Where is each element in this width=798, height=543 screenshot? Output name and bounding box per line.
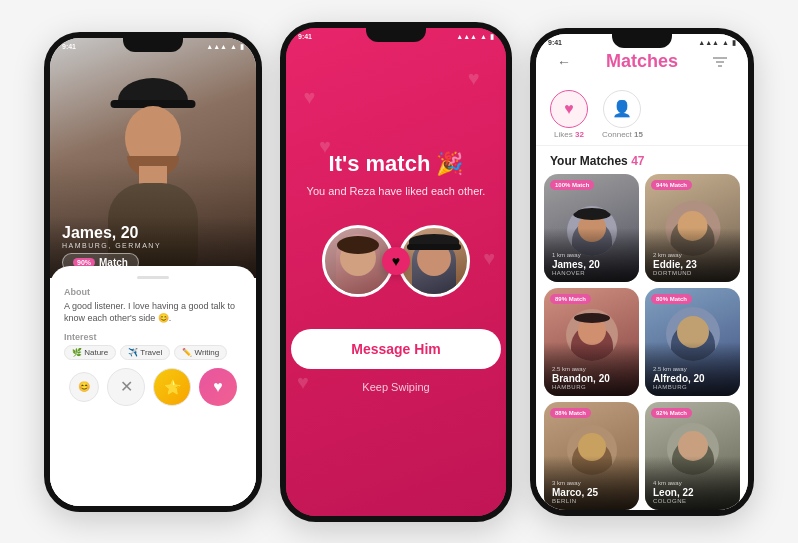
- likes-label: Likes 32: [554, 130, 584, 139]
- match-info-6: 4 km away Leon, 22 COLOGNE: [653, 480, 694, 504]
- match-km-3: 2.5 km away: [552, 366, 610, 372]
- likes-icon-wrap: ♥: [550, 90, 588, 128]
- phone2-time: 9:41: [298, 33, 312, 40]
- match-name-5: Marco, 25: [552, 487, 598, 498]
- heart-deco-6: ♥: [483, 247, 495, 270]
- match-info-2: 2 km away Eddie, 23 DORTMUND: [653, 252, 697, 276]
- wifi-icon: ▲: [230, 43, 237, 50]
- battery-icon: ▮: [240, 43, 244, 51]
- dislike-button[interactable]: ✕: [107, 368, 145, 406]
- profile-name: James, 20: [62, 224, 244, 242]
- match-km-2: 2 km away: [653, 252, 697, 258]
- match-card-5[interactable]: 88% Match 3 km away Marco, 25 BERLIN: [544, 402, 639, 510]
- heart-deco-2: ♥: [468, 67, 480, 90]
- signal-icon: ▲▲▲: [206, 43, 227, 50]
- connect-item[interactable]: 👤 Connect 15: [602, 90, 643, 139]
- about-label: About: [64, 287, 242, 297]
- match-city-1: HANOVER: [552, 270, 600, 276]
- match-pct-2: 94% Match: [651, 180, 692, 190]
- match-name-6: Leon, 22: [653, 487, 694, 498]
- likes-row: ♥ Likes 32 👤 Connect 15: [536, 84, 748, 146]
- connect-label: Connect 15: [602, 130, 643, 139]
- phone2-status-bar: 9:41 ▲▲▲ ▲ ▮: [286, 30, 506, 44]
- battery-icon2: ▮: [490, 33, 494, 41]
- your-matches-row: Your Matches 47: [536, 150, 748, 174]
- phone2-status-icons: ▲▲▲ ▲ ▮: [456, 33, 494, 41]
- match-card-3[interactable]: 89% Match 2.5 km away Brandon, 20 HAMBUR…: [544, 288, 639, 396]
- heart-deco-4: ♥: [297, 371, 309, 394]
- match-card-1[interactable]: 100% Match 1 km away James, 20 HANOVER: [544, 174, 639, 282]
- match-info-5: 3 km away Marco, 25 BERLIN: [552, 480, 598, 504]
- match-pct-6: 92% Match: [651, 408, 692, 418]
- match-km-6: 4 km away: [653, 480, 694, 486]
- match-info-4: 2.5 km away Alfredo, 20 HAMBURG: [653, 366, 705, 390]
- match-km-1: 1 km away: [552, 252, 600, 258]
- matches-total-count: 47: [631, 154, 644, 168]
- match-pct-3: 89% Match: [550, 294, 591, 304]
- interest-label: Interest: [64, 332, 242, 342]
- phone-matches-list: 9:41 ▲▲▲ ▲ ▮ ← Matches ♥: [530, 28, 754, 516]
- heart-icon: ♥: [564, 100, 574, 118]
- matches-page-title: Matches: [606, 51, 678, 72]
- emoji-button[interactable]: 😊: [69, 372, 99, 402]
- match-name-4: Alfredo, 20: [653, 373, 705, 384]
- match-city-4: HAMBURG: [653, 384, 705, 390]
- card-detail: About A good listener. I love having a g…: [50, 266, 256, 506]
- match-name-3: Brandon, 20: [552, 373, 610, 384]
- match-city-3: HAMBURG: [552, 384, 610, 390]
- heart-deco-3: ♥: [319, 135, 331, 158]
- battery-icon3: ▮: [732, 39, 736, 47]
- tag-nature: 🌿 Nature: [64, 345, 116, 360]
- match-avatars: ♥: [322, 225, 470, 297]
- heart-deco-1: ♥: [304, 86, 316, 109]
- phone-match: 9:41 ▲▲▲ ▲ ▮ ♥ ♥ ♥ ♥ ♥ ♥ It's match 🎉 Yo…: [280, 22, 512, 522]
- match-card-2[interactable]: 94% Match 2 km away Eddie, 23 DORTMUND: [645, 174, 740, 282]
- phone1-time: 9:41: [62, 43, 76, 50]
- match-city-6: COLOGNE: [653, 498, 694, 504]
- likes-item[interactable]: ♥ Likes 32: [550, 90, 588, 139]
- drag-handle[interactable]: [137, 276, 169, 279]
- phone3-time: 9:41: [548, 39, 562, 46]
- match-card-6[interactable]: 92% Match 4 km away Leon, 22 COLOGNE: [645, 402, 740, 510]
- connect-icon: 👤: [612, 99, 632, 118]
- action-row: 😊 ✕ ⭐ ♥: [64, 368, 242, 406]
- match-pct-4: 80% Match: [651, 294, 692, 304]
- matches-header: ← Matches: [536, 48, 748, 84]
- match-card-4[interactable]: 80% Match 2.5 km away Alfredo, 20 HAMBUR…: [645, 288, 740, 396]
- filter-button[interactable]: [706, 48, 734, 76]
- match-km-4: 2.5 km away: [653, 366, 705, 372]
- signal-icon3: ▲▲▲: [698, 39, 719, 46]
- tag-travel: ✈️ Travel: [120, 345, 170, 360]
- back-button[interactable]: ←: [550, 48, 578, 76]
- match-city-5: BERLIN: [552, 498, 598, 504]
- match-name-1: James, 20: [552, 259, 600, 270]
- connect-icon-wrap: 👤: [603, 90, 641, 128]
- tag-writing: ✏️ Writing: [174, 345, 227, 360]
- match-pct-5: 88% Match: [550, 408, 591, 418]
- match-info-3: 2.5 km away Brandon, 20 HAMBURG: [552, 366, 610, 390]
- profile-location: Hamburg, Germany: [62, 242, 244, 249]
- match-city-2: DORTMUND: [653, 270, 697, 276]
- star-button[interactable]: ⭐: [153, 368, 191, 406]
- interest-tags: 🌿 Nature ✈️ Travel ✏️ Writing: [64, 345, 242, 360]
- your-matches-label: Your Matches: [550, 154, 628, 168]
- match-grid: 100% Match 1 km away James, 20 HANOVER 9…: [536, 174, 748, 510]
- heart-deco-5: ♥: [477, 346, 489, 369]
- phone1-status-bar: 9:41 ▲▲▲ ▲ ▮: [50, 40, 256, 54]
- match-heart-center: ♥: [382, 247, 410, 275]
- profile-photo: James, 20 Hamburg, Germany 90% Match: [50, 38, 256, 278]
- about-text: A good listener. I love having a good ta…: [64, 300, 242, 325]
- wifi-icon3: ▲: [722, 39, 729, 46]
- signal-icon2: ▲▲▲: [456, 33, 477, 40]
- match-pct-1: 100% Match: [550, 180, 594, 190]
- phone3-content: ← Matches ♥ Likes 32: [536, 34, 748, 510]
- phone3-status-icons: ▲▲▲ ▲ ▮: [698, 39, 736, 47]
- phone2-content: ♥ ♥ ♥ ♥ ♥ ♥ It's match 🎉 You and Reza ha…: [286, 28, 506, 516]
- match-name-2: Eddie, 23: [653, 259, 697, 270]
- like-button[interactable]: ♥: [199, 368, 237, 406]
- match-info-1: 1 km away James, 20 HANOVER: [552, 252, 600, 276]
- wifi-icon2: ▲: [480, 33, 487, 40]
- match-km-5: 3 km away: [552, 480, 598, 486]
- phone3-status-bar: 9:41 ▲▲▲ ▲ ▮: [536, 36, 748, 50]
- phone-profile: 9:41 ▲▲▲ ▲ ▮ James, 20 Hamburg, Germany …: [44, 32, 262, 512]
